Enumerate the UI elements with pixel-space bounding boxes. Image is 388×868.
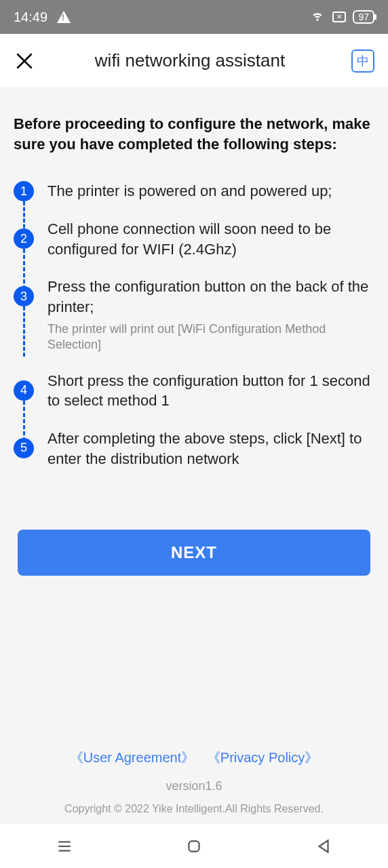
privacy-policy-link[interactable]: 《Privacy Policy》: [207, 750, 318, 765]
status-bar: 14:49 ✕ 97: [0, 0, 388, 34]
language-toggle[interactable]: 中: [351, 50, 374, 73]
step-subtext: The printer will print out [WiFi Configu…: [47, 321, 374, 353]
app-header: wifi networking assistant 中: [0, 34, 388, 88]
wifi-icon: [309, 8, 326, 26]
user-agreement-link[interactable]: 《User Agreement》: [70, 750, 195, 765]
step-connector: [23, 249, 25, 290]
step-item: 4 Short press the configuration button f…: [47, 371, 374, 411]
step-text: Short press the configuration button for…: [47, 371, 374, 411]
step-item: 5 After completing the above steps, clic…: [47, 429, 374, 469]
step-connector: [23, 307, 25, 357]
step-number-badge: 5: [14, 438, 34, 458]
step-item: 1 The printer is powered on and powered …: [47, 181, 374, 201]
step-text: The printer is powered on and powered up…: [47, 181, 374, 201]
intro-text: Before proceeding to configure the netwo…: [14, 114, 374, 154]
step-connector: [23, 401, 25, 441]
next-button[interactable]: NEXT: [18, 530, 370, 576]
footer-links: 《User Agreement》 《Privacy Policy》: [0, 749, 388, 767]
page-title: wifi networking assistant: [35, 50, 351, 71]
step-number-badge: 1: [14, 181, 34, 201]
recent-apps-button[interactable]: [56, 837, 73, 855]
status-time: 14:49: [14, 9, 47, 25]
step-number-badge: 2: [14, 229, 34, 249]
step-item: 3 Press the configuration button on the …: [47, 277, 374, 353]
step-number-badge: 4: [14, 380, 34, 401]
step-item: 2 Cell phone connection will soon need t…: [47, 219, 374, 259]
close-button[interactable]: [14, 50, 35, 72]
back-button[interactable]: [315, 837, 332, 855]
battery-indicator: 97: [353, 10, 374, 24]
step-number-badge: 3: [14, 286, 34, 307]
sim-icon: ✕: [332, 12, 346, 22]
main-content: Before proceeding to configure the netwo…: [0, 88, 388, 589]
svg-marker-6: [319, 840, 328, 852]
step-text: Press the configuration button on the ba…: [47, 277, 374, 317]
svg-rect-5: [189, 841, 199, 851]
home-button[interactable]: [185, 837, 203, 855]
steps-list: 1 The printer is powered on and powered …: [14, 181, 374, 469]
step-text: After completing the above steps, click …: [47, 429, 374, 469]
version-text: version1.6: [0, 779, 388, 793]
footer: 《User Agreement》 《Privacy Policy》 versio…: [0, 749, 388, 815]
system-nav-bar: [0, 823, 388, 868]
alert-icon: [57, 11, 71, 23]
step-text: Cell phone connection will soon need to …: [47, 219, 374, 259]
copyright-text: Copyright © 2022 Yike Intelligent.All Ri…: [0, 803, 388, 815]
